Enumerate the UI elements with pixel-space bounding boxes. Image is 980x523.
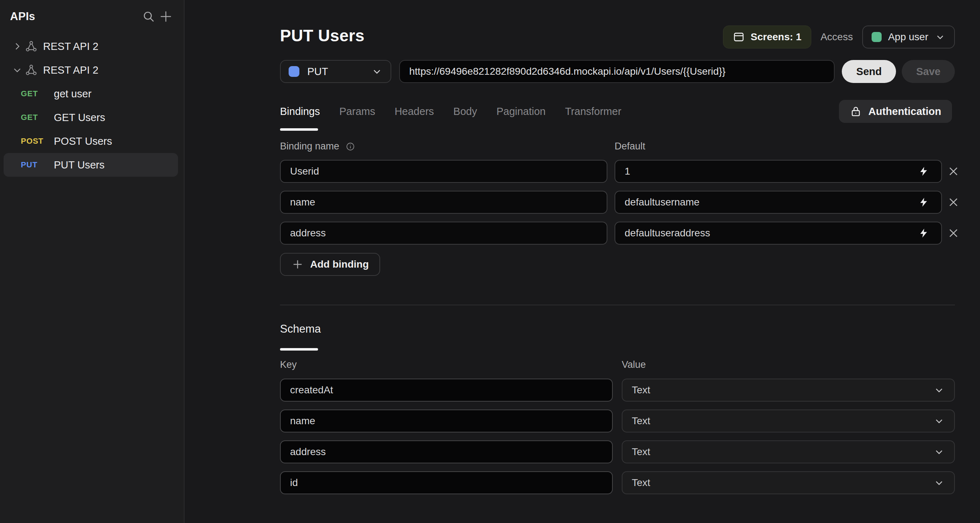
lock-icon [850, 105, 862, 118]
active-tab-indicator [280, 128, 318, 131]
rest-api-icon [25, 64, 41, 76]
screens-label: Screens: 1 [751, 31, 802, 43]
method-badge: GET [21, 89, 54, 99]
schema-type-dropdown[interactable]: Text [622, 440, 955, 463]
tab-headers[interactable]: Headers [395, 105, 434, 118]
api-group-label: REST API 2 [43, 41, 99, 53]
app-user-label: App user [888, 31, 928, 43]
chevron-down-icon [933, 477, 945, 488]
remove-binding-button[interactable] [945, 222, 961, 245]
screens-button[interactable]: Screens: 1 [723, 26, 811, 48]
save-button[interactable]: Save [902, 60, 955, 83]
sidebar-item-get-user[interactable]: GET get user [0, 82, 184, 105]
dynamic-value-icon[interactable] [918, 228, 929, 239]
tab-bindings[interactable]: Bindings [280, 105, 320, 118]
tab-transformer[interactable]: Transformer [565, 105, 621, 118]
schema-type-dropdown[interactable]: Text [622, 471, 955, 494]
add-api-icon[interactable] [157, 8, 175, 25]
schema-key-input[interactable] [280, 471, 613, 494]
binding-default-input[interactable] [614, 191, 942, 214]
schema-key-input[interactable] [280, 410, 613, 432]
tab-pagination[interactable]: Pagination [496, 105, 546, 118]
sidebar-header: APIs [10, 8, 175, 25]
app-user-dropdown[interactable]: App user [862, 26, 955, 48]
send-button[interactable]: Send [842, 60, 896, 83]
api-group-expanded[interactable]: REST API 2 [0, 58, 184, 82]
schema-section-title: Schema [280, 322, 321, 335]
api-group-collapsed[interactable]: REST API 2 [0, 35, 184, 58]
binding-name-input[interactable] [280, 222, 608, 245]
url-input[interactable] [399, 60, 835, 83]
dynamic-value-icon[interactable] [918, 197, 929, 207]
remove-binding-button[interactable] [945, 160, 961, 183]
request-tabs: Bindings Params Headers Body Pagination … [280, 105, 621, 118]
sidebar-title: APIs [10, 10, 35, 23]
binding-default-input[interactable] [614, 160, 942, 183]
remove-binding-button[interactable] [945, 191, 961, 214]
chevron-down-icon[interactable] [12, 65, 25, 75]
schema-type-dropdown[interactable]: Text [622, 379, 955, 402]
sidebar-item-get-users[interactable]: GET GET Users [0, 105, 184, 129]
binding-name-input[interactable] [280, 191, 608, 214]
default-header: Default [614, 141, 646, 152]
method-color-chip [289, 66, 299, 77]
plus-icon [291, 258, 304, 271]
dynamic-value-icon[interactable] [918, 166, 929, 177]
method-dropdown[interactable]: PUT [280, 60, 391, 83]
chevron-down-icon [371, 66, 383, 77]
header-actions: Screens: 1 Access App user [723, 26, 955, 48]
add-binding-button[interactable]: Add binding [280, 253, 380, 276]
binding-default-input[interactable] [614, 222, 942, 245]
tab-body[interactable]: Body [453, 105, 477, 118]
access-label: Access [821, 31, 853, 43]
search-icon[interactable] [140, 8, 157, 25]
binding-name-header: Binding name [280, 141, 355, 152]
authentication-label: Authentication [869, 105, 941, 118]
api-group-label: REST API 2 [43, 64, 99, 76]
info-icon[interactable] [346, 142, 355, 151]
schema-key-input[interactable] [280, 440, 613, 463]
authentication-button[interactable]: Authentication [839, 100, 952, 123]
chevron-down-icon [935, 32, 945, 42]
tab-params[interactable]: Params [339, 105, 375, 118]
close-icon [947, 196, 959, 208]
section-divider [280, 305, 955, 305]
method-badge: PUT [21, 160, 54, 169]
method-label: PUT [307, 66, 328, 78]
sidebar-item-put-users[interactable]: PUT PUT Users [3, 153, 178, 177]
chevron-down-icon [933, 415, 945, 427]
app-user-status-dot [872, 32, 881, 42]
method-badge: POST [21, 137, 54, 146]
api-tree: REST API 2 REST API 2 GET get user GET G… [0, 35, 184, 177]
page-title: PUT Users [280, 26, 364, 45]
request-bar: PUT Send Save [280, 60, 955, 83]
add-binding-label: Add binding [310, 258, 369, 270]
api-editor-main: PUT Users Screens: 1 Access App user PUT… [185, 0, 980, 523]
schema-value-header: Value [622, 359, 646, 370]
schema-title-indicator [280, 348, 318, 351]
rest-api-icon [25, 40, 41, 53]
close-icon [947, 165, 959, 177]
schema-type-dropdown[interactable]: Text [622, 410, 955, 432]
schema-key-header: Key [280, 359, 297, 370]
method-badge: GET [21, 113, 54, 122]
screens-icon [733, 31, 745, 43]
close-icon [947, 227, 959, 239]
chevron-right-icon[interactable] [12, 41, 25, 51]
chevron-down-icon [933, 384, 945, 396]
schema-key-input[interactable] [280, 379, 613, 402]
api-sidebar: APIs REST API [0, 0, 185, 523]
chevron-down-icon [933, 446, 945, 458]
sidebar-item-post-users[interactable]: POST POST Users [0, 129, 184, 153]
binding-name-input[interactable] [280, 160, 608, 183]
